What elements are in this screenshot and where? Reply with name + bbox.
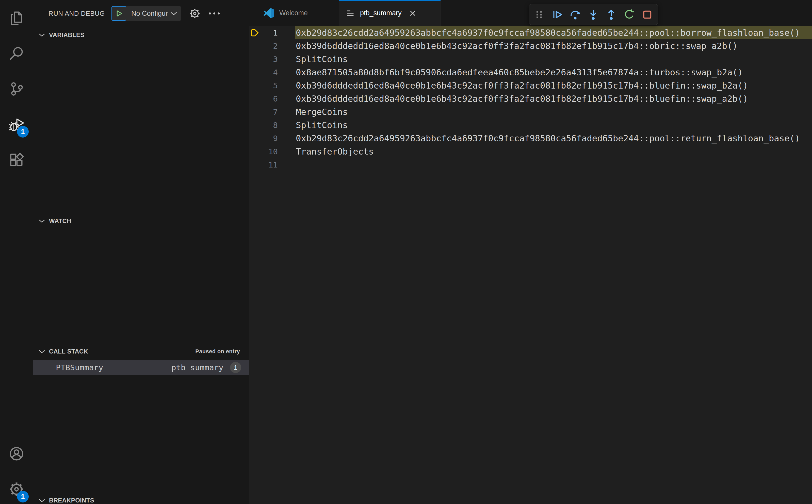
line-text: SplitCoins: [249, 53, 812, 66]
tab-welcome-label: Welcome: [279, 9, 308, 17]
step-over-button[interactable]: [566, 6, 584, 23]
code-line-5[interactable]: 5 0xb39d6dddedd16ed8a40ce0b1e6b43c92acf0…: [249, 79, 812, 92]
play-icon: [114, 9, 123, 18]
code-line-11[interactable]: 11: [249, 158, 812, 171]
line-text: 0xb29d83c26cdd2a64959263abbcfc4a6937f0c9…: [249, 26, 812, 39]
tab-ptb-summary[interactable]: ptb_summary: [339, 0, 441, 26]
line-text: MergeCoins: [249, 105, 812, 119]
activity-bar: 1: [0, 0, 33, 504]
open-launch-json-gear-icon[interactable]: [189, 8, 200, 19]
debug-config-picker[interactable]: No Configur: [111, 6, 181, 21]
chevron-down-icon: [170, 11, 177, 16]
activity-search-button[interactable]: [0, 36, 33, 71]
code-line-3[interactable]: 3 SplitCoins: [249, 53, 812, 66]
line-text: TransferObjects: [249, 145, 812, 158]
line-number: 6: [249, 92, 278, 105]
close-icon[interactable]: [409, 9, 417, 17]
settings-count-badge: 1: [17, 491, 29, 502]
line-number: 9: [249, 132, 278, 145]
frame-source: ptb_summary: [171, 363, 223, 372]
debug-count-badge: 1: [17, 126, 29, 138]
watch-panel: WATCH: [33, 213, 249, 343]
step-out-button[interactable]: [602, 6, 620, 23]
tab-welcome[interactable]: Welcome: [249, 0, 339, 26]
line-number: 8: [249, 119, 278, 132]
step-into-button[interactable]: [584, 6, 602, 23]
breakpoints-panel: BREAKPOINTS: [33, 492, 249, 504]
watch-panel-header[interactable]: WATCH: [33, 213, 249, 229]
code-editor[interactable]: 1 0xb29d83c26cdd2a64959263abbcfc4a6937f0…: [249, 26, 812, 504]
code-line-4[interactable]: 4 0x8ae871505a80d8bf6bf9c05906cda6edfeea…: [249, 66, 812, 79]
watch-panel-label: WATCH: [49, 217, 71, 225]
line-number: 7: [249, 105, 278, 119]
chevron-down-icon: [39, 33, 45, 37]
stop-button[interactable]: [638, 6, 656, 23]
chevron-down-icon: [39, 350, 45, 354]
call-stack-panel: CALL STACK Paused on entry PTBSummary pt…: [33, 343, 249, 492]
line-text: 0xb39d6dddedd16ed8a40ce0b1e6b43c92acf0ff…: [249, 92, 812, 105]
line-text: 0x8ae871505a80d8bf6bf9c05906cda6edfeea46…: [249, 66, 812, 79]
line-number: 2: [249, 39, 278, 53]
line-text: 0xb39d6dddedd16ed8a40ce0b1e6b43c92acf0ff…: [249, 39, 812, 53]
code-line-6[interactable]: 6 0xb39d6dddedd16ed8a40ce0b1e6b43c92acf0…: [249, 92, 812, 105]
variables-panel: VARIABLES: [33, 27, 249, 212]
files-icon: [9, 10, 24, 26]
breakpoints-panel-header[interactable]: BREAKPOINTS: [33, 492, 249, 504]
run-debug-sidebar: RUN AND DEBUG No Configur: [33, 0, 249, 504]
config-picker-label: No Configur: [126, 6, 170, 21]
list-icon: [346, 9, 355, 18]
account-icon: [9, 446, 24, 462]
activity-bar-bottom: 1: [0, 436, 33, 504]
tab-ptb-summary-label: ptb_summary: [360, 9, 402, 17]
source-control-icon: [9, 81, 24, 97]
line-number: 5: [249, 79, 278, 92]
toolbar-drag-handle[interactable]: [530, 6, 548, 23]
activity-explorer-button[interactable]: [0, 0, 33, 36]
line-text: SplitCoins: [249, 119, 812, 132]
extensions-icon: [9, 152, 24, 168]
line-number: 3: [249, 53, 278, 66]
paused-status-text: Paused on entry: [195, 348, 240, 355]
frame-line-badge: 1: [230, 362, 241, 373]
activity-source-control-button[interactable]: [0, 71, 33, 107]
restart-button[interactable]: [620, 6, 638, 23]
sidebar-title: RUN AND DEBUG: [48, 10, 105, 18]
breakpoints-panel-label: BREAKPOINTS: [49, 497, 94, 504]
line-number: 11: [249, 158, 278, 171]
line-number: 4: [249, 66, 278, 79]
chevron-down-icon: [39, 499, 45, 502]
search-icon: [9, 45, 24, 61]
activity-settings-button[interactable]: 1: [0, 472, 33, 504]
line-number: 1: [249, 26, 278, 39]
sidebar-header: RUN AND DEBUG No Configur: [33, 0, 249, 27]
code-line-7[interactable]: 7 MergeCoins: [249, 105, 812, 119]
activity-accounts-button[interactable]: [0, 436, 33, 472]
code-line-2[interactable]: 2 0xb39d6dddedd16ed8a40ce0b1e6b43c92acf0…: [249, 39, 812, 53]
editor-group: Welcome ptb_summary: [249, 0, 812, 504]
line-text: 0xb29d83c26cdd2a64959263abbcfc4a6937f0c9…: [249, 132, 812, 145]
continue-button[interactable]: [548, 6, 566, 23]
vscode-logo-icon: [263, 8, 274, 19]
activity-run-debug-button[interactable]: 1: [0, 107, 33, 142]
frame-name: PTBSummary: [56, 363, 103, 372]
variables-panel-header[interactable]: VARIABLES: [33, 27, 249, 43]
line-number: 10: [249, 145, 278, 158]
code-line-10[interactable]: 10 TransferObjects: [249, 145, 812, 158]
call-stack-panel-header[interactable]: CALL STACK Paused on entry: [33, 343, 249, 360]
code-line-1[interactable]: 1 0xb29d83c26cdd2a64959263abbcfc4a6937f0…: [249, 26, 812, 39]
variables-panel-label: VARIABLES: [49, 31, 85, 39]
call-stack-panel-label: CALL STACK: [49, 348, 88, 355]
debug-toolbar: [529, 4, 658, 25]
views-more-actions-icon[interactable]: [208, 12, 220, 15]
line-text: 0xb39d6dddedd16ed8a40ce0b1e6b43c92acf0ff…: [249, 79, 812, 92]
activity-extensions-button[interactable]: [0, 142, 33, 178]
chevron-down-icon: [39, 219, 45, 223]
call-stack-frame-row[interactable]: PTBSummary ptb_summary 1: [33, 360, 249, 375]
code-line-8[interactable]: 8 SplitCoins: [249, 119, 812, 132]
code-line-9[interactable]: 9 0xb29d83c26cdd2a64959263abbcfc4a6937f0…: [249, 132, 812, 145]
start-debugging-button[interactable]: [111, 6, 126, 21]
